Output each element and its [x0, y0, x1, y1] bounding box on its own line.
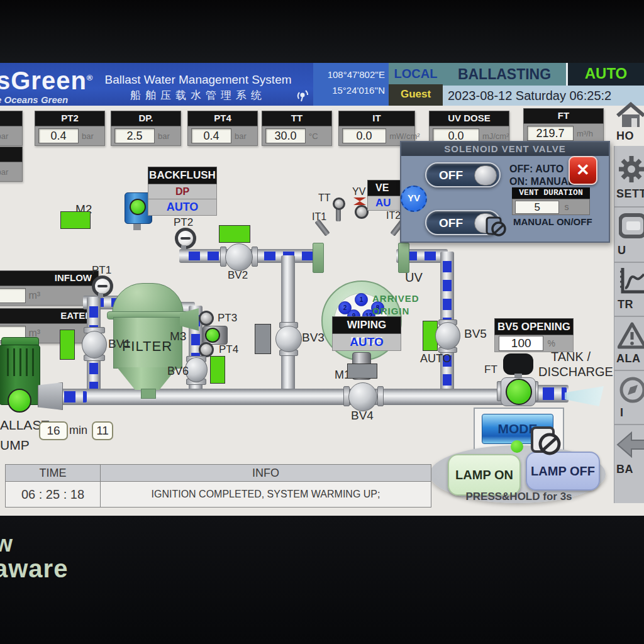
uv-label: UV: [405, 270, 423, 285]
sensor-label: PT2: [35, 111, 105, 126]
pt4-sensor: [199, 342, 214, 357]
sidebar-item-home[interactable]: HO: [616, 130, 634, 143]
sensor-label: PT4: [187, 111, 258, 126]
bv4-label: BV4: [351, 409, 374, 423]
sensor-label: [0, 147, 23, 162]
pt1-label: PT1: [92, 264, 111, 277]
pump-outlet: [38, 382, 63, 410]
vent-duration-label: VENT DURATION: [512, 187, 590, 199]
sensor-box-pt2: PT2 0.4bar: [35, 111, 105, 146]
vent-duration-value[interactable]: 5: [515, 201, 559, 214]
bv1-valve[interactable]: [82, 331, 107, 358]
toggle-state-label: OFF: [439, 216, 463, 230]
sidebar-item-trend[interactable]: TR: [618, 298, 633, 311]
sidebar-item-i[interactable]: I: [620, 406, 624, 419]
bv5-opening-row: 100 %: [494, 335, 574, 352]
wiping-mode-title: WIPING MODE: [332, 316, 401, 334]
m3-run-light: [205, 328, 220, 343]
datetime-display: 2023-08-12 Saturday 06:25:2: [443, 86, 644, 106]
gps-latitude: 15°24'016''N: [313, 85, 389, 96]
close-icon[interactable]: ✕: [569, 156, 597, 185]
sensor-box-cut: bar: [0, 111, 23, 146]
system-title-en: Ballast Water Management System: [94, 73, 302, 87]
yv-tag-badge[interactable]: YV: [401, 186, 427, 212]
sensor-label: TT: [262, 111, 332, 126]
backflush-dp-indicator[interactable]: DP: [148, 184, 217, 199]
totalizer-label: EATED: [0, 308, 99, 324]
it2-label: IT2: [386, 210, 401, 221]
backflush-title: BACKFLUSH: [148, 167, 217, 184]
sidebar-item-alarm[interactable]: ALA: [616, 352, 641, 365]
alarm-icon[interactable]: [618, 322, 644, 350]
lamp-on-button[interactable]: LAMP ON: [448, 454, 521, 496]
sensor-label: IT: [338, 111, 415, 126]
system-title-zh: 船舶压载水管理系统: [94, 88, 302, 103]
bv1-label: BV1: [108, 337, 131, 351]
bv4-valve[interactable]: [348, 382, 377, 411]
sensor-box-tt: TT 30.0°C: [262, 111, 332, 146]
sensor-value: 0.4: [38, 128, 79, 143]
vent-auto-manual-toggle[interactable]: OFF: [425, 162, 501, 187]
auto-mode-indicator[interactable]: AUTO: [568, 63, 644, 86]
uv-inlet-flange: [313, 243, 324, 273]
bv2-status: [219, 225, 250, 243]
event-info-value: IGNITION COMPLETED, SYSTEM WARMING UP;: [101, 482, 431, 508]
toggle-desc: MANUAL ON/OFF: [513, 216, 592, 227]
bv6-status: [210, 356, 225, 384]
display-icon[interactable]: [619, 213, 644, 240]
control-mode-indicator[interactable]: LOCAL: [389, 63, 443, 84]
yv-valve-symbol[interactable]: [353, 197, 366, 205]
home-icon[interactable]: [616, 102, 644, 128]
wiping-mode-button[interactable]: AUTO: [332, 334, 401, 351]
vent-duration-unit: s: [564, 202, 569, 212]
bv5-opening-value[interactable]: 100: [499, 336, 543, 351]
operation-mode-indicator[interactable]: BALLASTING: [443, 63, 568, 86]
solenoid-vent-valve-popup: SOLENOID VENT VALVE OFF OFF: AUTO ON: MA…: [400, 141, 610, 243]
tt-label: TT: [318, 192, 331, 204]
vent-duration-box: VENT DURATION 5 s: [512, 187, 590, 215]
uv-outlet-flange: [398, 243, 409, 273]
sensor-unit: mJ/cm²: [482, 131, 509, 141]
prohibited-icon: [486, 216, 507, 238]
bv3-valve[interactable]: [275, 326, 302, 352]
totalizer-value: [0, 288, 26, 303]
uv-lamp[interactable]: 1: [355, 293, 368, 306]
compass-icon[interactable]: [619, 376, 644, 404]
sensor-value: 30.0: [265, 128, 306, 143]
sensor-unit: °C: [309, 131, 318, 141]
bv2-label: BV2: [228, 269, 248, 282]
bezel-brand-line2: aware: [0, 555, 68, 583]
backflush-mode-button[interactable]: AUTO: [148, 199, 217, 216]
sidebar-item-back[interactable]: BA: [616, 463, 633, 476]
pump-runtime-min: 16: [39, 421, 68, 440]
sensor-box-ft: FT 219.7m³/h: [523, 108, 604, 143]
sensor-box-pt4: PT4 0.4bar: [187, 111, 258, 146]
user-login-button[interactable]: Guest: [389, 84, 443, 106]
bezel-brand-line1: w: [0, 531, 13, 557]
sensor-unit: bar: [0, 131, 8, 141]
pt2-stem: [181, 245, 186, 250]
ft-sensor-head: [503, 353, 533, 375]
back-arrow-icon[interactable]: [616, 430, 644, 459]
sensor-label: DP.: [111, 111, 181, 126]
wiping-mode-panel: WIPING MODE AUTO: [332, 316, 401, 351]
brand-tagline: e Oceans Green: [0, 94, 68, 105]
bv5-valve[interactable]: [435, 322, 460, 350]
registered-mark: ®: [87, 73, 94, 82]
ft-label: FT: [484, 364, 497, 376]
sensor-unit: bar: [0, 167, 8, 177]
sidebar-item-setting[interactable]: SETT: [616, 187, 644, 201]
sensor-unit: bar: [82, 131, 94, 141]
header-bar: sGreen® e Oceans Green Ballast Water Man…: [0, 63, 644, 106]
wiper-status-line1: ARRIVED: [372, 293, 419, 304]
totalizer-label: INFLOW: [0, 270, 99, 286]
trend-icon[interactable]: [619, 267, 644, 296]
sensor-value: 0.4: [191, 128, 231, 143]
gps-coordinates: 108°47'802''E 15°24'016''N: [313, 63, 389, 106]
sidebar-item-u[interactable]: U: [618, 244, 626, 257]
toggle-knob[interactable]: [474, 165, 497, 186]
yv-valve-body: [355, 205, 369, 219]
sensor-box-cut2: bar: [0, 147, 23, 182]
gear-icon[interactable]: [618, 155, 644, 184]
bv2-valve[interactable]: [225, 243, 253, 271]
